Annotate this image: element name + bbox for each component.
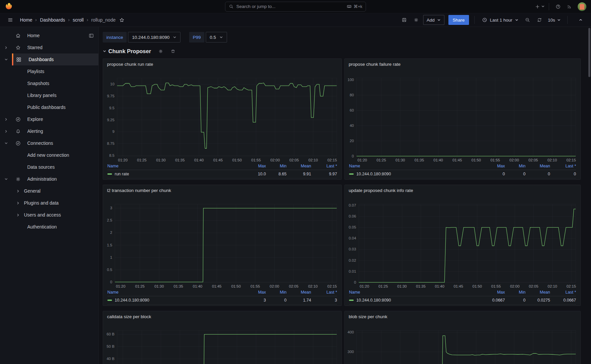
search-box[interactable]: ⌘+k: [225, 2, 366, 12]
star-icon: [15, 45, 21, 50]
dashboard-settings-button[interactable]: [411, 15, 421, 25]
row-title[interactable]: Chunk Proposer: [108, 48, 151, 54]
legend-header-min[interactable]: Min: [266, 164, 287, 168]
refresh-interval-picker[interactable]: 10s: [546, 15, 562, 25]
sidebar-item-users-and-access[interactable]: Users and access: [0, 209, 98, 221]
variable-value-dropdown[interactable]: 0.5: [206, 32, 227, 43]
legend-header-max[interactable]: Max: [484, 290, 505, 295]
time-range-picker[interactable]: Last 1 hour: [480, 15, 521, 25]
top-nav-bar: ⌘+k: [0, 0, 591, 13]
sidebar-item-body: Data sources: [12, 161, 98, 173]
cog-icon: [15, 176, 21, 182]
legend-header-mean[interactable]: Mean: [287, 164, 311, 168]
legend-header-last-[interactable]: Last *: [550, 290, 576, 295]
legend-header-min[interactable]: Min: [505, 290, 526, 295]
chart-canvas[interactable]: 0.070.060.050.040.030.020.01001:2001:250…: [345, 185, 580, 306]
svg-text:10: 10: [110, 82, 115, 86]
svg-text:02:00: 02:00: [510, 158, 519, 162]
svg-text:0: 0: [354, 280, 356, 284]
legend-header-max[interactable]: Max: [245, 164, 266, 168]
legend-series-name[interactable]: 10.244.0.180:8090: [107, 298, 245, 303]
legend-series-name[interactable]: 10.244.0.180:8090: [349, 172, 484, 176]
svg-text:01:45: 01:45: [452, 158, 462, 162]
sidebar-item-playlists[interactable]: Playlists: [0, 65, 98, 77]
legend-series-name[interactable]: run rate: [107, 172, 245, 176]
svg-text:01:40: 01:40: [193, 284, 202, 288]
legend-header-max[interactable]: Max: [484, 164, 505, 168]
panel-title[interactable]: update proposed chunk info rate: [349, 188, 413, 193]
panel-title[interactable]: calldata size per block: [107, 314, 151, 319]
save-dashboard-button[interactable]: [399, 15, 409, 25]
sidebar-item-connections[interactable]: Connections: [0, 137, 98, 149]
breadcrumb-link[interactable]: rollup_node: [91, 17, 116, 23]
refresh-button[interactable]: [534, 15, 544, 25]
breadcrumb-link[interactable]: Home: [20, 17, 32, 23]
share-button[interactable]: Share: [448, 15, 469, 25]
page-scrollbar[interactable]: [588, 28, 591, 363]
sidebar-item-library-panels[interactable]: Library panels: [0, 89, 98, 101]
collapse-toolbar-button[interactable]: [576, 15, 586, 25]
divider: [474, 16, 475, 24]
legend-header-name[interactable]: Name: [349, 164, 484, 168]
breadcrumb-link[interactable]: scroll: [73, 17, 84, 23]
row-settings-button[interactable]: [158, 49, 163, 54]
avatar-image: [578, 2, 586, 11]
add-new-button[interactable]: [535, 2, 545, 12]
sidebar-item-plugins-and-data[interactable]: Plugins and data: [0, 197, 98, 209]
legend-header-name[interactable]: Name: [107, 290, 245, 295]
row-delete-button[interactable]: [171, 49, 176, 54]
legend-header-min[interactable]: Min: [266, 290, 287, 295]
help-circle-icon: [555, 4, 561, 9]
chart-canvas[interactable]: 32.521.510.5001:2001:2501:3001:3501:4001…: [103, 185, 341, 306]
help-button[interactable]: [553, 2, 563, 12]
legend-header-last-[interactable]: Last *: [311, 164, 337, 168]
mega-menu-toggle[interactable]: [5, 15, 15, 25]
sidebar-item-add-new-connection[interactable]: Add new connection: [0, 149, 98, 161]
breadcrumb-link[interactable]: Dashboards: [40, 17, 65, 23]
search-input[interactable]: [236, 4, 344, 9]
legend-header-last-[interactable]: Last *: [311, 290, 337, 295]
panel-legend: NameMaxMinMeanLast *10.244.0.180:8090000…: [349, 162, 576, 178]
legend-series-name[interactable]: 10.244.0.180:8090: [349, 298, 484, 303]
sidebar-item-dashboards[interactable]: Dashboards: [0, 53, 98, 65]
legend-header-name[interactable]: Name: [107, 164, 245, 168]
legend-header-mean[interactable]: Mean: [526, 290, 550, 295]
sidebar-item-starred[interactable]: Starred: [0, 42, 98, 53]
add-panel-button[interactable]: Add: [423, 15, 444, 25]
row-chunk-proposer[interactable]: Chunk Proposer: [103, 47, 591, 55]
svg-text:9.75: 9.75: [107, 94, 114, 98]
panel-legend: NameMaxMinMeanLast *10.244.0.180:80900.0…: [349, 289, 576, 305]
news-button[interactable]: [564, 2, 574, 12]
panel-title[interactable]: propose chunk failure rate: [349, 62, 401, 67]
favorite-dashboard-button[interactable]: [119, 17, 125, 23]
legend-header-name[interactable]: Name: [349, 290, 484, 295]
panel-title[interactable]: l2 transaction number per chunk: [107, 188, 171, 193]
scrollbar-thumb[interactable]: [588, 28, 590, 77]
sidebar-item-general[interactable]: General: [0, 185, 98, 197]
legend-header-mean[interactable]: Mean: [287, 290, 311, 295]
legend-header-last-[interactable]: Last *: [550, 164, 576, 168]
zoom-out-time-button[interactable]: [523, 15, 532, 25]
sidebar-item-snapshots[interactable]: Snapshots: [0, 77, 98, 89]
sidebar-item-data-sources[interactable]: Data sources: [0, 161, 98, 173]
dock-menu-button[interactable]: [88, 33, 94, 39]
sidebar-item-authentication[interactable]: Authentication: [0, 221, 98, 233]
sidebar-nav: HomeStarredDashboardsPlaylistsSnapshotsL…: [0, 27, 99, 364]
sidebar-item-administration[interactable]: Administration: [0, 173, 98, 185]
time-range-label: Last 1 hour: [490, 18, 513, 23]
user-avatar[interactable]: [576, 2, 586, 11]
legend-header-mean[interactable]: Mean: [526, 164, 550, 168]
chart-canvas[interactable]: 10080604020001:2001:2501:3001:3501:4001:…: [345, 59, 580, 180]
sidebar-item-alerting[interactable]: Alerting: [0, 125, 98, 137]
grafana-logo[interactable]: [5, 2, 13, 11]
panel-title[interactable]: propose chunk run rate: [107, 62, 153, 67]
variable-value-dropdown[interactable]: 10.244.0.180:8090: [128, 32, 180, 43]
sidebar-item-home[interactable]: Home: [0, 30, 98, 42]
chart-canvas[interactable]: 109.759.59.2598.758.501:2001:2501:3001:3…: [103, 59, 341, 180]
legend-stat-value: 0: [550, 172, 576, 176]
sidebar-item-public-dashboards[interactable]: Public dashboards: [0, 101, 98, 113]
legend-header-max[interactable]: Max: [245, 290, 266, 295]
panel-title[interactable]: blob size per chunk: [349, 314, 387, 319]
sidebar-item-explore[interactable]: Explore: [0, 113, 98, 125]
legend-header-min[interactable]: Min: [505, 164, 526, 168]
